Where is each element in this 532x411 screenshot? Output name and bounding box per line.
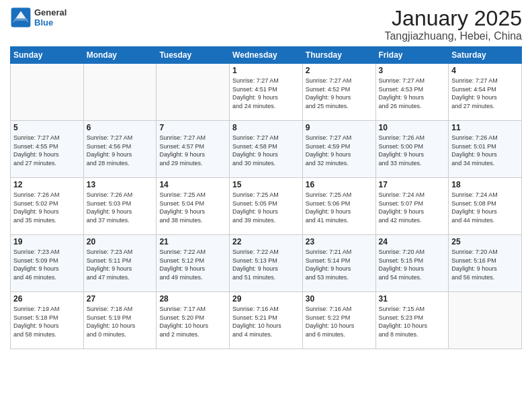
calendar-cell	[11, 64, 84, 121]
day-info: Sunrise: 7:27 AM Sunset: 4:58 PM Dayligh…	[232, 134, 300, 167]
day-number: 31	[379, 294, 446, 304]
calendar-cell	[449, 292, 522, 349]
day-number: 16	[306, 180, 373, 189]
day-number: 19	[13, 237, 81, 246]
day-info: Sunrise: 7:27 AM Sunset: 4:51 PM Dayligh…	[232, 77, 300, 110]
calendar-cell: 18Sunrise: 7:24 AM Sunset: 5:08 PM Dayli…	[449, 178, 522, 235]
day-number: 12	[13, 180, 81, 189]
calendar-cell: 26Sunrise: 7:19 AM Sunset: 5:18 PM Dayli…	[11, 292, 84, 349]
day-number: 30	[306, 294, 373, 304]
day-number: 22	[232, 237, 300, 246]
day-info: Sunrise: 7:27 AM Sunset: 4:53 PM Dayligh…	[379, 77, 446, 110]
weekday-header-friday: Friday	[375, 47, 449, 64]
calendar-cell: 29Sunrise: 7:16 AM Sunset: 5:21 PM Dayli…	[230, 292, 303, 349]
calendar-cell: 12Sunrise: 7:26 AM Sunset: 5:02 PM Dayli…	[11, 178, 84, 235]
day-number: 27	[87, 294, 154, 304]
day-info: Sunrise: 7:16 AM Sunset: 5:21 PM Dayligh…	[232, 305, 300, 338]
calendar-cell: 28Sunrise: 7:17 AM Sunset: 5:20 PM Dayli…	[157, 292, 230, 349]
day-number: 14	[159, 180, 226, 189]
calendar-cell	[83, 64, 157, 121]
day-info: Sunrise: 7:26 AM Sunset: 5:02 PM Dayligh…	[13, 191, 81, 224]
calendar-cell: 4Sunrise: 7:27 AM Sunset: 4:54 PM Daylig…	[449, 64, 522, 121]
day-number: 10	[379, 123, 446, 132]
weekday-header-tuesday: Tuesday	[157, 47, 230, 64]
day-number: 20	[87, 237, 154, 246]
day-number: 11	[451, 123, 519, 132]
day-number: 25	[451, 237, 519, 246]
day-info: Sunrise: 7:25 AM Sunset: 5:04 PM Dayligh…	[159, 191, 226, 224]
calendar-cell: 17Sunrise: 7:24 AM Sunset: 5:07 PM Dayli…	[375, 178, 449, 235]
day-info: Sunrise: 7:25 AM Sunset: 5:05 PM Dayligh…	[232, 191, 300, 224]
day-info: Sunrise: 7:17 AM Sunset: 5:20 PM Dayligh…	[159, 305, 226, 338]
calendar-cell: 21Sunrise: 7:22 AM Sunset: 5:12 PM Dayli…	[157, 235, 230, 292]
day-number: 13	[87, 180, 154, 189]
logo-icon	[10, 7, 32, 28]
day-info: Sunrise: 7:27 AM Sunset: 4:59 PM Dayligh…	[306, 134, 373, 167]
day-info: Sunrise: 7:22 AM Sunset: 5:12 PM Dayligh…	[159, 248, 226, 281]
day-number: 18	[451, 180, 519, 189]
day-number: 29	[232, 294, 300, 304]
day-info: Sunrise: 7:15 AM Sunset: 5:23 PM Dayligh…	[379, 305, 446, 338]
calendar-cell: 2Sunrise: 7:27 AM Sunset: 4:52 PM Daylig…	[302, 64, 375, 121]
week-row-1: 1Sunrise: 7:27 AM Sunset: 4:51 PM Daylig…	[11, 64, 522, 121]
calendar-cell: 15Sunrise: 7:25 AM Sunset: 5:05 PM Dayli…	[230, 178, 303, 235]
day-info: Sunrise: 7:20 AM Sunset: 5:16 PM Dayligh…	[451, 248, 519, 281]
day-number: 23	[306, 237, 373, 246]
day-info: Sunrise: 7:26 AM Sunset: 5:00 PM Dayligh…	[379, 134, 446, 167]
calendar-cell: 10Sunrise: 7:26 AM Sunset: 5:00 PM Dayli…	[375, 121, 449, 178]
calendar-cell	[157, 64, 230, 121]
header: General Blue January 2025 Tangjiazhuang,…	[10, 7, 522, 42]
day-info: Sunrise: 7:27 AM Sunset: 4:57 PM Dayligh…	[159, 134, 226, 167]
calendar-cell: 8Sunrise: 7:27 AM Sunset: 4:58 PM Daylig…	[230, 121, 303, 178]
day-number: 9	[306, 123, 373, 132]
day-number: 28	[159, 294, 226, 304]
logo-text: General Blue	[34, 7, 66, 28]
weekday-header-row: SundayMondayTuesdayWednesdayThursdayFrid…	[11, 47, 522, 64]
day-info: Sunrise: 7:23 AM Sunset: 5:09 PM Dayligh…	[13, 248, 81, 281]
day-info: Sunrise: 7:25 AM Sunset: 5:06 PM Dayligh…	[306, 191, 373, 224]
calendar-cell: 14Sunrise: 7:25 AM Sunset: 5:04 PM Dayli…	[157, 178, 230, 235]
calendar-cell: 3Sunrise: 7:27 AM Sunset: 4:53 PM Daylig…	[375, 64, 449, 121]
calendar-cell: 11Sunrise: 7:26 AM Sunset: 5:01 PM Dayli…	[449, 121, 522, 178]
weekday-header-wednesday: Wednesday	[230, 47, 303, 64]
weekday-header-saturday: Saturday	[449, 47, 522, 64]
day-number: 7	[159, 123, 226, 132]
day-info: Sunrise: 7:27 AM Sunset: 4:55 PM Dayligh…	[13, 134, 81, 167]
week-row-2: 5Sunrise: 7:27 AM Sunset: 4:55 PM Daylig…	[11, 121, 522, 178]
month-title: January 2025	[384, 7, 522, 30]
day-number: 26	[13, 294, 81, 304]
day-info: Sunrise: 7:26 AM Sunset: 5:03 PM Dayligh…	[87, 191, 154, 224]
day-number: 4	[451, 66, 519, 75]
day-info: Sunrise: 7:22 AM Sunset: 5:13 PM Dayligh…	[232, 248, 300, 281]
day-number: 15	[232, 180, 300, 189]
location-title: Tangjiazhuang, Hebei, China	[384, 30, 522, 42]
weekday-header-sunday: Sunday	[11, 47, 84, 64]
day-info: Sunrise: 7:20 AM Sunset: 5:15 PM Dayligh…	[379, 248, 446, 281]
calendar-table: SundayMondayTuesdayWednesdayThursdayFrid…	[10, 46, 522, 349]
day-number: 5	[13, 123, 81, 132]
calendar-cell: 25Sunrise: 7:20 AM Sunset: 5:16 PM Dayli…	[449, 235, 522, 292]
day-info: Sunrise: 7:24 AM Sunset: 5:08 PM Dayligh…	[451, 191, 519, 224]
calendar-cell: 23Sunrise: 7:21 AM Sunset: 5:14 PM Dayli…	[302, 235, 375, 292]
day-info: Sunrise: 7:27 AM Sunset: 4:52 PM Dayligh…	[306, 77, 373, 110]
day-number: 3	[379, 66, 446, 75]
day-info: Sunrise: 7:16 AM Sunset: 5:22 PM Dayligh…	[306, 305, 373, 338]
calendar-cell: 19Sunrise: 7:23 AM Sunset: 5:09 PM Dayli…	[11, 235, 84, 292]
day-number: 17	[379, 180, 446, 189]
weekday-header-thursday: Thursday	[302, 47, 375, 64]
week-row-3: 12Sunrise: 7:26 AM Sunset: 5:02 PM Dayli…	[11, 178, 522, 235]
calendar-cell: 16Sunrise: 7:25 AM Sunset: 5:06 PM Dayli…	[302, 178, 375, 235]
day-number: 1	[232, 66, 300, 75]
day-number: 21	[159, 237, 226, 246]
svg-rect-3	[14, 19, 27, 21]
day-info: Sunrise: 7:27 AM Sunset: 4:56 PM Dayligh…	[87, 134, 154, 167]
day-info: Sunrise: 7:24 AM Sunset: 5:07 PM Dayligh…	[379, 191, 446, 224]
day-info: Sunrise: 7:21 AM Sunset: 5:14 PM Dayligh…	[306, 248, 373, 281]
calendar-cell: 13Sunrise: 7:26 AM Sunset: 5:03 PM Dayli…	[83, 178, 157, 235]
calendar-page: General Blue January 2025 Tangjiazhuang,…	[0, 0, 532, 411]
calendar-cell: 20Sunrise: 7:23 AM Sunset: 5:11 PM Dayli…	[83, 235, 157, 292]
calendar-cell: 9Sunrise: 7:27 AM Sunset: 4:59 PM Daylig…	[302, 121, 375, 178]
title-block: January 2025 Tangjiazhuang, Hebei, China	[384, 7, 522, 42]
logo: General Blue	[10, 7, 66, 28]
calendar-cell: 27Sunrise: 7:18 AM Sunset: 5:19 PM Dayli…	[83, 292, 157, 349]
